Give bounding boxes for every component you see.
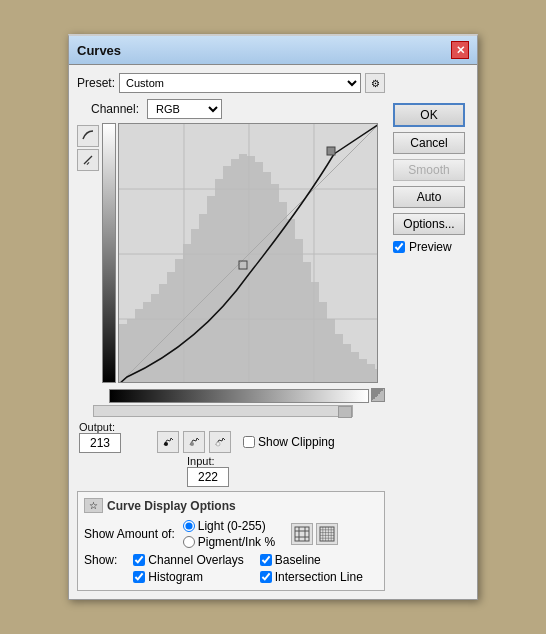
scrollbar-thumb[interactable]: [338, 406, 352, 418]
intersection-line-checkbox[interactable]: [260, 571, 272, 583]
svg-rect-43: [327, 147, 335, 155]
channel-overlays-label: Channel Overlays: [148, 553, 243, 567]
curve-grid: [119, 124, 377, 382]
curve-tools: [77, 123, 99, 383]
input-section: Input: 222: [187, 455, 229, 487]
curve-area: [77, 123, 385, 383]
svg-rect-33: [359, 359, 367, 382]
svg-rect-22: [271, 184, 279, 382]
baseline-checkbox[interactable]: [260, 554, 272, 566]
svg-rect-28: [319, 302, 327, 382]
show-amount-label: Show Amount of:: [84, 527, 175, 541]
show-column-1: Channel Overlays Histogram: [133, 553, 243, 584]
curve-with-gradient: [102, 123, 378, 383]
svg-rect-48: [295, 527, 309, 541]
channel-overlays-checkbox[interactable]: [133, 554, 145, 566]
dialog-body: Preset: Custom ⚙ Channel: RGB Red Green …: [69, 65, 477, 599]
preset-label: Preset:: [77, 76, 115, 90]
svg-rect-18: [239, 154, 247, 382]
curve-display-header: ☆ Curve Display Options: [84, 498, 378, 513]
gradient-bar-horizontal: [109, 389, 369, 403]
curve-canvas[interactable]: [118, 123, 378, 383]
eyedropper-black-button[interactable]: [157, 431, 179, 453]
auto-button[interactable]: Auto: [393, 186, 465, 208]
svg-rect-31: [343, 344, 351, 382]
eyedropper-gray-button[interactable]: [183, 431, 205, 453]
grid-icons: [291, 523, 338, 545]
preset-select[interactable]: Custom: [119, 73, 361, 93]
svg-rect-26: [303, 262, 311, 382]
channel-row: Channel: RGB Red Green Blue: [91, 99, 385, 119]
svg-rect-8: [159, 284, 167, 382]
options-button[interactable]: Options...: [393, 213, 465, 235]
grid-10x10-button[interactable]: [316, 523, 338, 545]
preview-label: Preview: [409, 240, 452, 254]
svg-rect-53: [320, 527, 334, 541]
show-amount-row: Show Amount of: Light (0-255) Pigment/In…: [84, 519, 378, 549]
output-label: Output:: [79, 421, 121, 433]
show-clipping-label: Show Clipping: [258, 435, 335, 449]
light-radio[interactable]: [183, 520, 195, 532]
svg-rect-35: [375, 369, 377, 382]
svg-point-46: [190, 442, 194, 446]
svg-rect-21: [263, 172, 271, 382]
input-field[interactable]: 222: [187, 467, 229, 487]
input-label: Input:: [187, 455, 229, 467]
preset-row: Preset: Custom ⚙: [77, 73, 385, 93]
curves-dialog: Curves ✕ Preset: Custom ⚙ Channel: RGB R…: [68, 34, 478, 600]
svg-line-1: [84, 156, 92, 164]
channel-overlays-row: Channel Overlays: [133, 553, 243, 567]
svg-rect-16: [223, 166, 231, 382]
histogram-checkbox[interactable]: [133, 571, 145, 583]
svg-rect-0: [87, 162, 90, 165]
collapse-button[interactable]: ☆: [84, 498, 103, 513]
cancel-button[interactable]: Cancel: [393, 132, 465, 154]
svg-point-47: [216, 442, 220, 446]
histogram-label: Histogram: [148, 570, 203, 584]
svg-rect-3: [119, 324, 127, 382]
output-section: Output: 213: [79, 421, 121, 453]
channel-label: Channel:: [91, 102, 143, 116]
light-radio-row: Light (0-255): [183, 519, 275, 533]
channel-select[interactable]: RGB Red Green Blue: [147, 99, 222, 119]
svg-rect-9: [167, 272, 175, 382]
show-clipping-checkbox[interactable]: [243, 436, 255, 448]
radio-options: Light (0-255) Pigment/Ink %: [183, 519, 275, 549]
curve-tool-button[interactable]: [77, 125, 99, 147]
show-column-2: Baseline Intersection Line: [260, 553, 363, 584]
intersection-line-row: Intersection Line: [260, 570, 363, 584]
svg-point-45: [164, 442, 168, 446]
baseline-row: Baseline: [260, 553, 363, 567]
scroll-arrow: [371, 388, 385, 402]
svg-rect-27: [311, 282, 319, 382]
left-panel: Preset: Custom ⚙ Channel: RGB Red Green …: [77, 73, 385, 591]
pigment-radio[interactable]: [183, 536, 195, 548]
svg-rect-34: [367, 364, 375, 382]
preview-checkbox[interactable]: [393, 241, 405, 253]
close-button[interactable]: ✕: [451, 41, 469, 59]
histogram-row: Histogram: [133, 570, 243, 584]
svg-rect-30: [335, 334, 343, 382]
svg-rect-25: [295, 239, 303, 382]
gradient-bar-vertical: [102, 123, 116, 383]
output-input[interactable]: 213: [79, 433, 121, 453]
grid-4x4-button[interactable]: [291, 523, 313, 545]
show-options-row: Show: Channel Overlays Histogram: [84, 553, 378, 584]
preset-options-button[interactable]: ⚙: [365, 73, 385, 93]
svg-rect-29: [327, 319, 335, 382]
preview-row: Preview: [393, 240, 469, 254]
eyedropper-white-button[interactable]: [209, 431, 231, 453]
curve-display-label: Curve Display Options: [107, 499, 236, 513]
ok-button[interactable]: OK: [393, 103, 465, 127]
svg-rect-24: [287, 219, 295, 382]
horizontal-scrollbar[interactable]: [93, 405, 353, 417]
right-panel: OK Cancel Smooth Auto Options... Preview: [393, 73, 469, 591]
intersection-line-label: Intersection Line: [275, 570, 363, 584]
pencil-tool-button[interactable]: [77, 149, 99, 171]
light-label: Light (0-255): [198, 519, 266, 533]
svg-rect-7: [151, 294, 159, 382]
svg-rect-32: [351, 352, 359, 382]
dialog-title: Curves: [77, 43, 121, 58]
svg-rect-20: [255, 162, 263, 382]
show-label: Show:: [84, 553, 117, 584]
